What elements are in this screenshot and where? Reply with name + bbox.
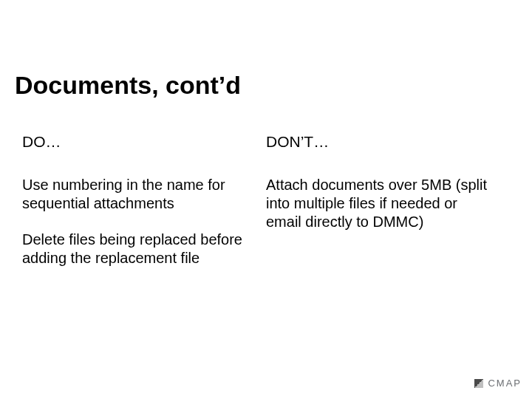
- list-item: Use numbering in the name for sequential…: [22, 176, 244, 213]
- list-item: Delete files being replaced before addin…: [22, 231, 244, 267]
- logo-mark-icon: [474, 379, 483, 388]
- do-column: DO… Use numbering in the name for sequen…: [22, 133, 266, 285]
- columns-container: DO… Use numbering in the name for sequen…: [22, 133, 510, 285]
- do-header: DO…: [22, 133, 251, 151]
- slide: Documents, cont’d DO… Use numbering in t…: [0, 0, 532, 399]
- footer-logo: CMAP: [474, 378, 522, 389]
- dont-header: DON’T…: [266, 133, 495, 151]
- dont-column: DON’T… Attach documents over 5MB (split …: [266, 133, 510, 285]
- logo-text: CMAP: [488, 378, 522, 389]
- list-item: Attach documents over 5MB (split into mu…: [266, 176, 488, 231]
- slide-title: Documents, cont’d: [15, 71, 241, 100]
